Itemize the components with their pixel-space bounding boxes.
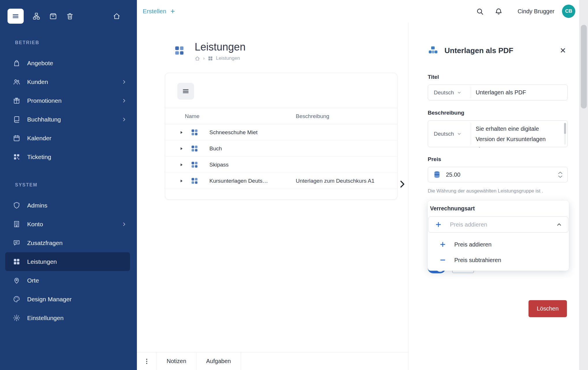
questions-icon [13,239,22,247]
expand-caret-icon[interactable] [179,146,184,151]
table-row[interactable]: Buch [165,141,397,157]
panel-collapse-handle[interactable] [397,178,407,190]
sidebar-item-admins[interactable]: Admins [0,196,137,215]
table-row[interactable]: Kursunterlagen Deuts… Unterlagen zum Deu… [165,173,397,189]
services-icon [13,258,22,266]
sidebar-item-label: Buchhaltung [27,116,61,123]
option-label: Preis addieren [454,241,492,248]
textarea-scrollbar[interactable] [564,123,566,145]
settings-icon [13,314,22,322]
delete-button[interactable]: Löschen [529,300,567,317]
titel-value[interactable]: Unterlagen als PDF [476,89,526,96]
language-value: Deutsch [434,89,454,96]
tab-notizen[interactable]: Notizen [157,352,196,370]
input-divider [471,87,471,98]
chevron-right-icon [121,117,127,122]
chevron-up-icon[interactable] [556,221,562,228]
sidebar-item-konto[interactable]: Konto [0,215,137,233]
sidebar-toggle-button[interactable] [8,9,24,24]
row-name: Skipass [203,162,296,168]
trash-icon[interactable] [66,12,74,20]
sidebar-item-design-manager[interactable]: Design Manager [0,290,137,309]
dropdown-menu: Preis addieren Preis subtrahieren [428,237,569,268]
chevron-down-icon [457,90,462,95]
home-icon[interactable] [113,12,121,20]
avatar[interactable]: CB [562,5,575,18]
service-icon [191,128,198,136]
sidebar-item-label: Kalender [27,135,51,142]
column-header-name: Name [185,113,296,119]
service-icon [191,145,198,152]
scrollbar-thumb[interactable] [564,123,566,134]
leistungen-module-icon [174,45,185,56]
option-preis-addieren[interactable]: Preis addieren [428,237,569,252]
number-stepper [554,171,563,178]
search-icon[interactable] [476,8,484,15]
beschreibung-label: Beschreibung [428,110,568,116]
titel-input[interactable]: Deutsch Unterlagen als PDF [428,85,568,100]
language-value: Deutsch [434,131,454,137]
notifications-bell-icon[interactable] [495,8,503,15]
home-icon[interactable] [195,56,200,61]
sidebar-item-einstellungen[interactable]: Einstellungen [0,309,137,327]
plus-icon [439,241,446,248]
sidebar-item-orte[interactable]: Orte [0,271,137,290]
tab-aufgaben[interactable]: Aufgaben [196,352,241,370]
dots-vertical-icon [143,358,150,365]
chevron-right-icon [121,98,127,104]
topbar: Erstellen Cindy Brugger CB [137,0,579,23]
language-select[interactable]: Deutsch [434,121,471,147]
section-label-system: SYSTEM [15,182,137,188]
sidebar-item-promotionen[interactable]: Promotionen [0,91,137,110]
expand-caret-icon[interactable] [179,130,184,135]
stepper-down-icon[interactable] [558,175,563,178]
sidebar-item-buchhaltung[interactable]: Buchhaltung [0,110,137,129]
archive-icon[interactable] [49,12,57,20]
account-icon [13,220,22,228]
verrechnungsart-select[interactable]: Preis addieren [428,216,568,233]
more-options-button[interactable] [137,352,157,370]
scrollbar-thumb[interactable] [581,25,587,109]
sidebar-item-zusatzfragen[interactable]: Zusatzfragen [0,233,137,252]
table-row[interactable]: Skipass [165,157,397,173]
table-menu-button[interactable] [177,83,194,100]
offers-icon [13,59,22,67]
breadcrumb-separator: › [203,55,205,61]
sidebar-item-angebote[interactable]: Angebote [0,54,137,72]
panel-title: Unterlagen als PDF [444,46,513,55]
table-row[interactable]: Schneeschuhe Miet [165,124,397,141]
language-select[interactable]: Deutsch [434,89,471,96]
user-name[interactable]: Cindy Brugger [518,8,554,15]
sidebar-item-label: Konto [27,221,43,228]
chevron-right-icon [121,79,127,85]
admins-icon [13,201,22,210]
beschreibung-value[interactable]: Sie erhalten eine digitale Version der K… [476,121,551,147]
sidebar-nav-betrieb: Angebote Kunden Promotionen Buchhaltung … [0,54,137,166]
sidebar-item-label: Admins [27,202,47,209]
sidebar-item-label: Orte [27,277,39,284]
hamburger-icon [12,12,19,20]
beschreibung-input[interactable]: Deutsch Sie erhalten eine digitale Versi… [428,120,568,147]
sidebar-toolbar [8,8,129,24]
hierarchy-icon[interactable] [32,12,40,20]
close-icon[interactable]: ✕ [560,47,566,54]
page-scrollbar[interactable] [579,0,588,370]
table-card: Name Beschreibung Schneeschuhe Miet Buch [165,73,397,200]
breadcrumb-current: Leistungen [216,55,240,61]
option-preis-subtrahieren[interactable]: Preis subtrahieren [428,252,569,268]
preis-input[interactable]: 25.00 [428,167,568,182]
sidebar-item-kunden[interactable]: Kunden [0,72,137,91]
content-row: Leistungen › Leistungen Name Be [137,23,579,370]
sidebar-item-leistungen[interactable]: Leistungen [5,252,130,271]
stepper-up-icon[interactable] [558,171,563,174]
service-icon [191,161,198,169]
create-button[interactable]: Erstellen [143,8,176,15]
expand-caret-icon[interactable] [179,162,184,167]
sidebar-item-kalender[interactable]: Kalender [0,129,137,147]
module-icon [208,56,213,61]
column-header-description: Beschreibung [296,113,397,119]
expand-caret-icon[interactable] [179,179,184,183]
page-header: Leistungen › Leistungen [174,41,408,61]
preis-value[interactable]: 25.00 [446,171,460,178]
sidebar-item-ticketing[interactable]: Ticketing [0,147,137,166]
